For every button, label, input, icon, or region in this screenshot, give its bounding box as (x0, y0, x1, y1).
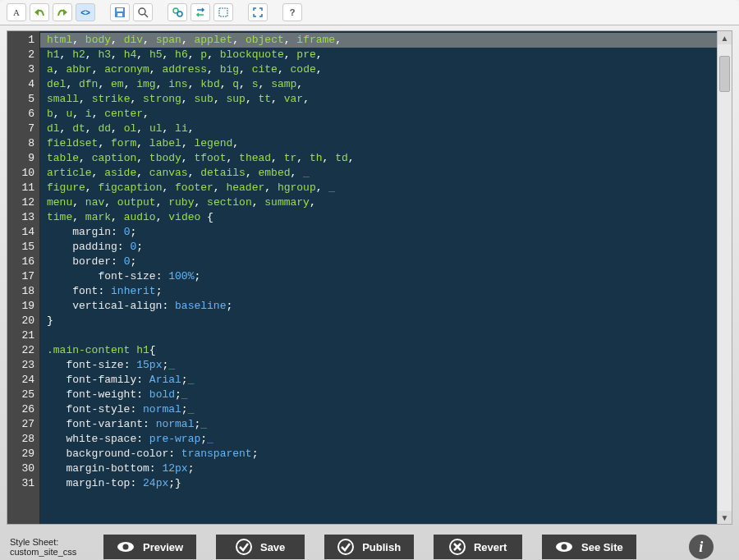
vertical-scrollbar[interactable]: ▲ ▼ (717, 31, 732, 524)
code-line[interactable]: } (40, 314, 717, 328)
code-line[interactable]: white-space: pre-wrap;_ (40, 432, 717, 447)
code-line[interactable]: time, mark, audio, video { (40, 210, 717, 225)
svg-point-3 (139, 8, 145, 15)
code-line[interactable]: dl, dt, dd, ol, ul, li, (40, 122, 717, 136)
code-line[interactable]: font-size: 100%; (40, 269, 717, 284)
save-icon[interactable] (110, 3, 130, 21)
line-number: 7 (7, 122, 39, 136)
code-line[interactable]: article, aside, canvas, details, embed, … (40, 166, 717, 181)
save-button[interactable]: Save (216, 535, 305, 559)
line-number: 26 (7, 402, 39, 417)
line-number: 1 (7, 33, 39, 48)
line-number: 18 (7, 284, 39, 299)
code-line[interactable]: small, strike, strong, sub, sup, tt, var… (40, 92, 717, 107)
select-all-icon[interactable] (213, 3, 233, 21)
line-number: 9 (7, 151, 39, 166)
line-number: 20 (7, 314, 39, 328)
code-line[interactable]: background-color: transparent; (40, 447, 717, 461)
check-circle-icon (337, 539, 354, 555)
svg-point-14 (562, 544, 567, 550)
line-number: 11 (7, 181, 39, 195)
line-number: 14 (7, 225, 39, 240)
code-line[interactable]: margin-bottom: 12px; (40, 461, 717, 476)
line-number: 25 (7, 388, 39, 402)
revert-button[interactable]: Revert (434, 535, 522, 559)
undo-icon[interactable] (30, 3, 49, 21)
see-site-button[interactable]: See Site (542, 535, 636, 559)
eye-icon (117, 541, 135, 553)
line-number: 22 (7, 343, 39, 358)
code-editor[interactable]: 1234567891011121314151617181920212223242… (7, 30, 732, 525)
preview-button[interactable]: Preview (103, 535, 196, 559)
info-icon[interactable]: i (689, 535, 714, 559)
line-gutter: 1234567891011121314151617181920212223242… (7, 31, 40, 524)
svg-point-6 (177, 11, 182, 16)
publish-button[interactable]: Publish (324, 535, 414, 559)
scroll-up-icon[interactable]: ▲ (718, 31, 732, 44)
code-line[interactable]: del, dfn, em, img, ins, kbd, q, s, samp, (40, 77, 717, 92)
svg-point-11 (338, 539, 353, 554)
code-line[interactable] (40, 328, 717, 343)
line-number: 28 (7, 432, 39, 447)
line-number: 3 (7, 62, 39, 77)
line-number: 30 (7, 461, 39, 476)
code-view-icon[interactable]: <> (76, 3, 95, 21)
x-circle-icon (449, 539, 466, 555)
line-number: 27 (7, 417, 39, 432)
line-number: 29 (7, 447, 39, 461)
line-number: 16 (7, 255, 39, 269)
scroll-down-icon[interactable]: ▼ (718, 511, 732, 524)
line-number: 5 (7, 92, 39, 107)
line-number: 15 (7, 240, 39, 255)
redo-icon[interactable] (53, 3, 72, 21)
code-line[interactable]: font-size: 15px;_ (40, 358, 717, 373)
code-line[interactable]: font: inherit; (40, 284, 717, 299)
code-line[interactable]: margin: 0; (40, 225, 717, 240)
code-line[interactable]: border: 0; (40, 255, 717, 269)
code-line[interactable]: html, body, div, span, applet, object, i… (40, 33, 717, 48)
line-number: 8 (7, 136, 39, 151)
line-number: 13 (7, 210, 39, 225)
line-number: 6 (7, 107, 39, 122)
line-number: 31 (7, 476, 39, 491)
code-line[interactable]: font-family: Arial;_ (40, 373, 717, 388)
stylesheet-label: Style Sheet: custom_site_css (10, 537, 84, 557)
help-icon[interactable]: ? (282, 3, 302, 21)
line-number: 24 (7, 373, 39, 388)
code-line[interactable]: font-variant: normal;_ (40, 417, 717, 432)
line-number: 23 (7, 358, 39, 373)
code-line[interactable]: fieldset, form, label, legend, (40, 136, 717, 151)
select-element-icon[interactable]: A (7, 3, 26, 21)
line-number: 2 (7, 48, 39, 62)
scroll-thumb[interactable] (719, 56, 730, 92)
check-circle-icon (236, 539, 252, 555)
code-line[interactable]: figure, figcaption, footer, header, hgro… (40, 181, 717, 195)
line-number: 19 (7, 299, 39, 314)
code-line[interactable]: .main-content h1{ (40, 343, 717, 358)
code-line[interactable]: font-style: normal;_ (40, 402, 717, 417)
code-line[interactable]: b, u, i, center, (40, 107, 717, 122)
bottom-bar: Style Sheet: custom_site_css Preview Sav… (0, 530, 739, 560)
replace-icon[interactable] (190, 3, 210, 21)
code-line[interactable]: font-weight: bold;_ (40, 388, 717, 402)
code-line[interactable]: a, abbr, acronym, address, big, cite, co… (40, 62, 717, 77)
code-line[interactable]: padding: 0; (40, 240, 717, 255)
line-number: 12 (7, 195, 39, 210)
zoom-icon[interactable] (133, 3, 153, 21)
code-area[interactable]: html, body, div, span, applet, object, i… (40, 31, 717, 524)
code-line[interactable]: h1, h2, h3, h4, h5, h6, p, blockquote, p… (40, 48, 717, 62)
line-number: 21 (7, 328, 39, 343)
svg-point-10 (236, 539, 251, 554)
find-icon[interactable] (168, 3, 187, 21)
line-number: 4 (7, 77, 39, 92)
svg-rect-7 (219, 8, 227, 16)
fullscreen-icon[interactable] (248, 3, 268, 21)
svg-rect-1 (117, 8, 123, 11)
line-number: 10 (7, 166, 39, 181)
eye-icon (555, 541, 573, 553)
code-line[interactable]: vertical-align: baseline; (40, 299, 717, 314)
svg-point-9 (123, 544, 129, 550)
code-line[interactable]: menu, nav, output, ruby, section, summar… (40, 195, 717, 210)
code-line[interactable]: table, caption, tbody, tfoot, thead, tr,… (40, 151, 717, 166)
code-line[interactable]: margin-top: 24px;} (40, 476, 717, 491)
